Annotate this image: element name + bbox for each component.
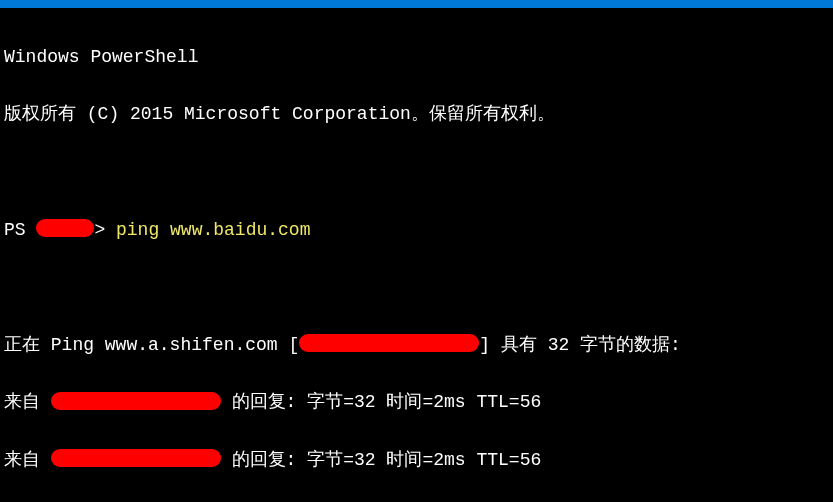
blank-line [4,273,829,302]
reply-suffix: 的回复: 字节=32 时间=2ms TTL=56 [221,392,541,412]
command-text: ping www.baidu.com [116,220,310,240]
redacted-path [36,219,94,237]
redacted-ip [299,334,479,352]
redacted-ip [51,449,221,467]
reply-line: 来自 的回复: 字节=32 时间=2ms TTL=56 [4,446,829,475]
ps-title: Windows PowerShell [4,43,829,72]
window-titlebar [0,0,833,8]
ping-header-line: 正在 Ping www.a.shifen.com [] 具有 32 字节的数据: [4,331,829,360]
ping-header-suffix: ] 具有 32 字节的数据: [479,335,681,355]
reply-suffix: 的回复: 字节=32 时间=2ms TTL=56 [221,450,541,470]
blank-line [4,158,829,187]
ping-header-prefix: 正在 Ping www.a.shifen.com [ [4,335,299,355]
redacted-ip [51,392,221,410]
reply-prefix: 来自 [4,450,51,470]
prompt-suffix: > [94,220,116,240]
prompt-line-1: PS > ping www.baidu.com [4,216,829,245]
terminal-output[interactable]: Windows PowerShell 版权所有 (C) 2015 Microso… [0,8,833,502]
reply-line: 来自 的回复: 字节=32 时间=2ms TTL=56 [4,388,829,417]
reply-prefix: 来自 [4,392,51,412]
prompt-prefix: PS [4,220,36,240]
ps-copyright: 版权所有 (C) 2015 Microsoft Corporation。保留所有… [4,100,829,129]
